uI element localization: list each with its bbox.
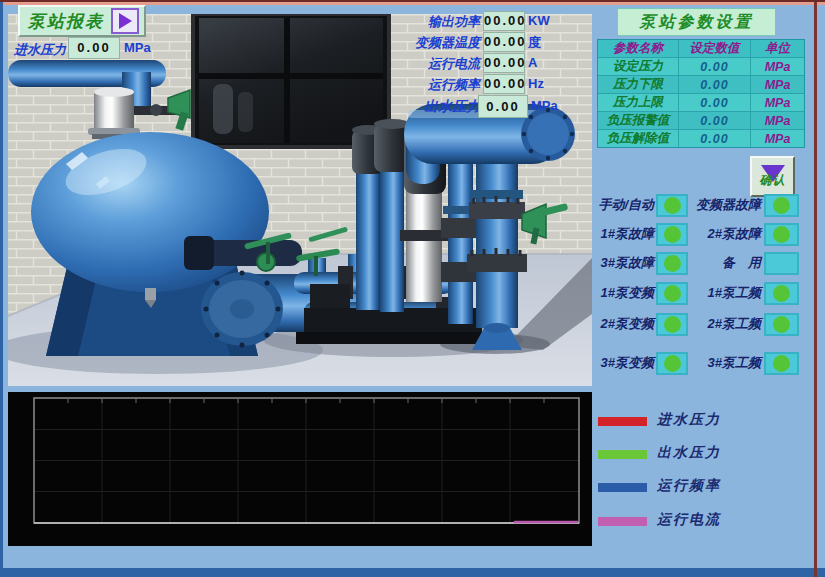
status-lamp-box [656, 252, 688, 275]
setting-row-unit: MPa [751, 112, 804, 129]
frame-left [0, 2, 3, 577]
output-power-label: 输出功率 [398, 13, 480, 31]
status-label: 2#泵变频 [592, 315, 654, 333]
legend-label-outlet: 出水压力 [657, 444, 721, 462]
status-lamp-box [764, 252, 799, 275]
status-lamp-box [764, 352, 799, 375]
status-lamp [664, 285, 681, 302]
inlet-pressure-label: 进水压力 [14, 41, 66, 59]
run-frequency-unit: Hz [528, 76, 544, 91]
settings-panel-title: 泵站参数设置 [617, 8, 776, 36]
legend-swatch-outlet [598, 450, 647, 459]
status-row: 手动/自动 变频器故障 [592, 193, 804, 217]
status-label: 1#泵变频 [592, 284, 654, 302]
status-label: 1#泵工频 [690, 284, 761, 302]
legend-label-current: 运行电流 [657, 511, 721, 529]
status-lamp-box [656, 282, 688, 305]
status-label: 3#泵工频 [690, 354, 761, 372]
setting-row-name: 设定压力 [598, 58, 678, 75]
trend-chart [8, 392, 592, 546]
output-power-unit: KW [528, 13, 550, 28]
setting-row-name: 负压报警值 [598, 112, 678, 129]
run-frequency-label: 运行频率 [398, 76, 480, 94]
outlet-pressure-value: 0.00 [478, 95, 528, 118]
inverter-temp-unit: 度 [528, 34, 541, 52]
discharge-risers [441, 160, 527, 350]
setting-row-unit: MPa [751, 58, 804, 75]
run-frequency-value: 00.00 [483, 74, 525, 94]
status-label: 2#泵故障 [690, 225, 761, 243]
status-label: 3#泵变频 [592, 354, 654, 372]
legend-label-frequency: 运行频率 [657, 477, 721, 495]
inverter-temp-label: 变频器温度 [398, 34, 480, 52]
status-lamp-box [656, 352, 688, 375]
pump-station-hmi: 泵站报表 进水压力 0.00 MPa 输出功率 00.00 KW 变频器温度 0… [0, 0, 825, 577]
setting-row-value[interactable]: 0.00 [679, 76, 750, 93]
run-current-label: 运行电流 [398, 55, 480, 73]
setting-row-unit: MPa [751, 76, 804, 93]
output-power-value: 00.00 [483, 11, 525, 31]
status-lamp-box [656, 223, 688, 246]
status-label: 2#泵工频 [690, 315, 761, 333]
play-icon [111, 8, 139, 34]
settings-col-name: 参数名称 [598, 40, 678, 57]
settings-col-unit: 单位 [751, 40, 804, 57]
outlet-pressure-unit: MPa [531, 98, 558, 113]
setting-row-value[interactable]: 0.00 [679, 130, 750, 147]
status-lamp-box [764, 194, 799, 217]
status-lamp [773, 285, 790, 302]
status-lamp [773, 355, 790, 372]
status-lamp-box [764, 282, 799, 305]
legend-swatch-frequency [598, 483, 647, 492]
setting-row-unit: MPa [751, 94, 804, 111]
status-label: 变频器故障 [690, 196, 761, 214]
confirm-button-label: 确认 [760, 172, 786, 189]
outlet-pressure-label: 出水压力 [424, 98, 480, 116]
status-lamp [773, 316, 790, 333]
status-label: 备 用 [690, 254, 761, 272]
status-lamp [664, 355, 681, 372]
status-label: 手动/自动 [592, 196, 654, 214]
status-row: 3#泵变频 3#泵工频 [592, 351, 804, 375]
setting-row-value[interactable]: 0.00 [679, 58, 750, 75]
status-lamp-box [764, 313, 799, 336]
setting-row-value[interactable]: 0.00 [679, 112, 750, 129]
status-lamp [664, 255, 681, 272]
run-current-value: 00.00 [483, 53, 525, 73]
report-button[interactable]: 泵站报表 [18, 5, 146, 37]
status-label: 3#泵故障 [592, 254, 654, 272]
confirm-button[interactable]: 确认 [750, 156, 795, 197]
status-lamp [664, 226, 681, 243]
inlet-pressure-value: 0.00 [68, 37, 120, 59]
status-row: 1#泵变频 1#泵工频 [592, 281, 804, 305]
legend-swatch-current [598, 517, 647, 526]
inverter-temp-value: 00.00 [483, 32, 525, 52]
status-row: 1#泵故障 2#泵故障 [592, 222, 804, 246]
status-lamp-box [764, 223, 799, 246]
inlet-pressure-unit: MPa [124, 40, 151, 55]
tank-chrome-stack [88, 87, 140, 139]
run-current-unit: A [528, 55, 537, 70]
status-lamp-box [656, 313, 688, 336]
status-row: 3#泵故障 备 用 [592, 251, 804, 275]
status-label: 1#泵故障 [592, 225, 654, 243]
report-button-label: 泵站报表 [28, 10, 104, 33]
status-lamp [664, 316, 681, 333]
setting-row-name: 压力下限 [598, 76, 678, 93]
status-row: 2#泵变频 2#泵工频 [592, 312, 804, 336]
setting-row-name: 压力上限 [598, 94, 678, 111]
legend-label-inlet: 进水压力 [657, 411, 721, 429]
setting-row-unit: MPa [751, 130, 804, 147]
status-lamp [773, 197, 790, 214]
legend-swatch-inlet [598, 417, 647, 426]
settings-table: 参数名称 设定数值 单位 设定压力 0.00 MPa 压力下限 0.00 MPa… [597, 39, 805, 148]
frame-right [814, 2, 817, 577]
setting-row-value[interactable]: 0.00 [679, 94, 750, 111]
status-lamp [664, 197, 681, 214]
setting-row-name: 负压解除值 [598, 130, 678, 147]
frame-bottom [0, 568, 825, 577]
status-lamp [773, 226, 790, 243]
settings-col-value: 设定数值 [679, 40, 750, 57]
status-lamp-box [656, 194, 688, 217]
